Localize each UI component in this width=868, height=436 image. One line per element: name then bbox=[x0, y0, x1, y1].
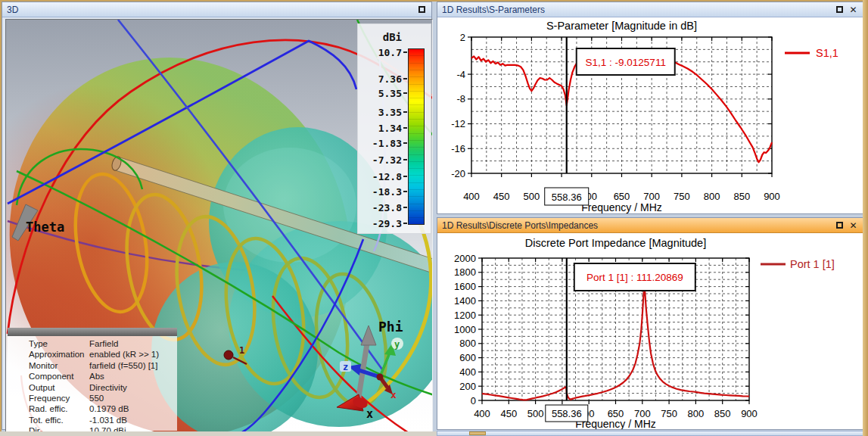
svg-text:-12: -12 bbox=[451, 118, 465, 129]
marker-value-text: Port 1 [1] : 111.20869 bbox=[586, 272, 683, 283]
port-number-label: 1 bbox=[239, 345, 244, 356]
colorbar-tick-label: -29.3 bbox=[362, 218, 402, 229]
colorbar-gradient bbox=[408, 48, 425, 225]
bottom-strip-icon bbox=[469, 431, 486, 435]
titlebar-s-parameters[interactable]: 1D Results\S-Parameters ✕ bbox=[437, 2, 863, 17]
app-right-border bbox=[863, 0, 868, 436]
svg-text:750: 750 bbox=[661, 408, 677, 419]
legend-label: S1,1 bbox=[816, 47, 838, 59]
colorbar-tick-label: -1.83 bbox=[362, 138, 402, 149]
z-axis-label: z bbox=[343, 362, 348, 372]
svg-text:850: 850 bbox=[714, 408, 731, 419]
colorbar-tick-label: 3.35 bbox=[362, 107, 402, 118]
svg-text:-8: -8 bbox=[456, 93, 465, 104]
svg-text:-4: -4 bbox=[456, 69, 465, 80]
colorbar-legend: dBi 10.7 7.36 5.35 3.35 1.34 -1.83 -7.32… bbox=[357, 23, 431, 234]
svg-text:1800: 1800 bbox=[454, 266, 476, 278]
colorbar-tick-label: -18.3 bbox=[362, 186, 402, 198]
legend-label: Port 1 [1] bbox=[790, 258, 835, 270]
close-button[interactable]: ✕ bbox=[848, 220, 858, 230]
svg-text:450: 450 bbox=[500, 408, 517, 419]
svg-text:800: 800 bbox=[688, 408, 705, 419]
window-impedances: 1D Results\Discrete Ports\Impedances ✕ 4… bbox=[437, 217, 863, 430]
window-3d: 3D bbox=[2, 2, 432, 430]
svg-text:800: 800 bbox=[459, 338, 476, 349]
x-axis-label: x bbox=[390, 389, 397, 400]
maximize-icon bbox=[836, 222, 843, 229]
svg-text:-16: -16 bbox=[451, 143, 465, 154]
svg-text:200: 200 bbox=[459, 381, 476, 392]
bottom-panel-edge bbox=[0, 431, 437, 436]
svg-text:2: 2 bbox=[460, 32, 465, 43]
farfield-info-panel: TypeFarfield Approximationenabled (kR >>… bbox=[8, 328, 177, 431]
y-axis-label: y bbox=[394, 339, 400, 350]
svg-text:700: 700 bbox=[643, 191, 660, 202]
svg-text:2000: 2000 bbox=[454, 253, 476, 264]
theta-label: Theta bbox=[26, 220, 64, 235]
s-parameter-plot[interactable]: 400450500006507007508008509002-4-8-12-16… bbox=[437, 17, 863, 213]
svg-text:1200: 1200 bbox=[454, 310, 476, 321]
maximize-button[interactable] bbox=[835, 5, 845, 14]
maximize-button[interactable] bbox=[417, 5, 427, 14]
svg-text:400: 400 bbox=[463, 191, 480, 202]
svg-text:850: 850 bbox=[733, 191, 750, 202]
maximize-button[interactable] bbox=[835, 220, 845, 230]
svg-text:500: 500 bbox=[524, 191, 540, 202]
svg-text:900: 900 bbox=[764, 191, 780, 202]
info-row: TypeFarfield bbox=[29, 339, 177, 350]
close-button[interactable]: ✕ bbox=[848, 5, 858, 14]
x-axis-label: Frequency / MHz bbox=[581, 201, 662, 213]
maximize-icon bbox=[418, 6, 425, 13]
window-title-impedances: 1D Results\Discrete Ports\Impedances bbox=[442, 220, 831, 231]
svg-text:1400: 1400 bbox=[454, 295, 476, 307]
svg-text:0: 0 bbox=[471, 395, 476, 406]
maximize-icon bbox=[836, 6, 843, 13]
colorbar-tick-label: 5.35 bbox=[362, 88, 402, 99]
colorbar-tick-label: 10.7 bbox=[362, 47, 402, 58]
cone-x-label: x bbox=[366, 407, 373, 421]
svg-text:750: 750 bbox=[674, 191, 690, 202]
impedance-plot[interactable]: 4004505000065070075080085090002004006008… bbox=[437, 233, 863, 429]
info-row: OutputDirectivity bbox=[29, 383, 177, 394]
window-s-parameters: 1D Results\S-Parameters ✕ 40045050000650… bbox=[437, 2, 863, 214]
window-title-s-parameters: 1D Results\S-Parameters bbox=[442, 5, 831, 15]
colorbar-tick-label: 1.34 bbox=[362, 123, 402, 134]
titlebar-impedances[interactable]: 1D Results\Discrete Ports\Impedances ✕ bbox=[437, 218, 863, 233]
info-row: Rad. effic.0.1979 dB bbox=[29, 404, 177, 415]
titlebar-3d[interactable]: 3D bbox=[2, 2, 431, 17]
farfield-info-header[interactable] bbox=[8, 328, 177, 336]
plot-title: Discrete Port Impedance [Magnitude] bbox=[525, 237, 706, 249]
info-row: ComponentAbs bbox=[29, 372, 177, 382]
window-title-3d: 3D bbox=[7, 5, 413, 15]
viewport-3d[interactable]: 1 Theta Phi z y bbox=[5, 19, 433, 432]
info-row: Tot. effic.-1.031 dB bbox=[29, 416, 177, 426]
svg-text:500: 500 bbox=[527, 408, 544, 419]
marker-axis-text: 558.36 bbox=[552, 408, 582, 419]
svg-text:900: 900 bbox=[741, 408, 758, 419]
colorbar-tick-label: 7.36 bbox=[362, 73, 402, 85]
svg-text:1000: 1000 bbox=[454, 324, 476, 335]
phi-label: Phi bbox=[378, 319, 403, 335]
plot-title: S-Parameter [Magnitude in dB] bbox=[546, 20, 697, 32]
next-window-titlebar-edge[interactable] bbox=[437, 431, 863, 436]
marker-axis-text: 558.36 bbox=[552, 192, 582, 203]
svg-text:1600: 1600 bbox=[454, 281, 476, 292]
svg-text:650: 650 bbox=[614, 191, 630, 202]
colorbar-title: dBi bbox=[358, 31, 402, 43]
svg-text:400: 400 bbox=[474, 408, 490, 419]
colorbar-tick-label: -12.8 bbox=[362, 171, 402, 182]
svg-text:450: 450 bbox=[493, 191, 510, 202]
info-row: Frequency550 bbox=[29, 394, 177, 404]
svg-text:600: 600 bbox=[459, 352, 476, 363]
svg-text:400: 400 bbox=[459, 366, 476, 378]
svg-text:800: 800 bbox=[704, 191, 720, 202]
svg-text:-20: -20 bbox=[451, 168, 465, 179]
marker-value-text: S1,1 : -9.0125711 bbox=[586, 57, 666, 68]
colorbar-tick-label: -7.32 bbox=[362, 154, 402, 166]
info-row: Approximationenabled (kR >> 1) bbox=[29, 350, 177, 360]
colorbar-tick-label: -23.8 bbox=[362, 202, 402, 213]
info-row: Monitorfarfield (f=550) [1] bbox=[29, 361, 177, 372]
